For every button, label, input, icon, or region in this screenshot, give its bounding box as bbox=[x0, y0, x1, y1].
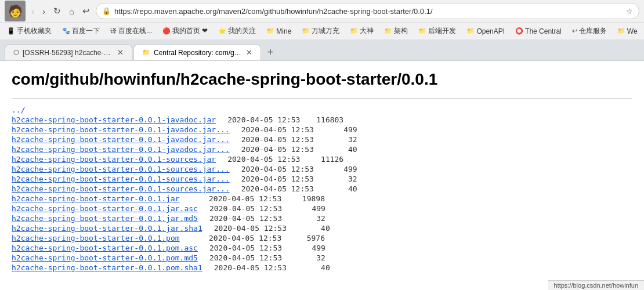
file-row: h2cache-spring-boot-starter-0.0.1-source… bbox=[12, 184, 632, 193]
file-link[interactable]: h2cache-spring-boot-starter-0.0.1.pom bbox=[12, 234, 197, 242]
file-link[interactable]: h2cache-spring-boot-starter-0.0.1.jar.as… bbox=[12, 204, 198, 213]
file-link[interactable]: h2cache-spring-boot-starter-0.0.1-javado… bbox=[12, 145, 230, 154]
file-size: 40 bbox=[290, 263, 330, 272]
file-date: 2020-04-05 12:53 bbox=[227, 155, 303, 164]
bookmark-label: 我的关注 bbox=[228, 26, 256, 36]
bookmark-label: 百度在线... bbox=[118, 26, 152, 36]
file-row: h2cache-spring-boot-starter-0.0.1.pom.as… bbox=[12, 244, 632, 252]
file-link[interactable]: h2cache-spring-boot-starter-0.0.1-source… bbox=[12, 155, 216, 164]
file-date: 2020-04-05 12:53 bbox=[241, 145, 317, 154]
bookmark-label: 手机收藏夹 bbox=[17, 26, 52, 36]
bookmark-icon: 📁 bbox=[266, 27, 274, 35]
file-date: 2020-04-05 12:53 bbox=[241, 184, 317, 193]
bookmark-label: 百度一下 bbox=[72, 26, 100, 36]
bookmark-item[interactable]: 🐾百度一下 bbox=[60, 25, 102, 37]
file-link[interactable]: h2cache-spring-boot-starter-0.0.1-source… bbox=[12, 184, 230, 193]
bookmark-icon: ⭕ bbox=[515, 27, 523, 35]
file-row: h2cache-spring-boot-starter-0.0.1-javado… bbox=[12, 115, 632, 124]
refresh-button[interactable]: ↻ bbox=[51, 5, 63, 17]
bookmark-icon: 📁 bbox=[350, 27, 358, 35]
file-link[interactable]: h2cache-spring-boot-starter-0.0.1-source… bbox=[12, 175, 230, 183]
file-size: 19898 bbox=[284, 194, 325, 203]
file-row: h2cache-spring-boot-starter-0.0.1.jar 20… bbox=[12, 194, 632, 203]
bookmark-item[interactable]: 📁OpenAPI bbox=[464, 26, 507, 37]
tab-title: [OSSRH-56293] h2cache-spri... bbox=[23, 49, 114, 57]
file-row: h2cache-spring-boot-starter-0.0.1.pom.md… bbox=[12, 253, 632, 262]
file-date: 2020-04-05 12:53 bbox=[209, 194, 284, 203]
file-row: h2cache-spring-boot-starter-0.0.1.pom.sh… bbox=[12, 263, 632, 272]
file-size: 499 bbox=[285, 244, 325, 252]
file-date: 2020-04-05 12:53 bbox=[241, 175, 317, 183]
file-link[interactable]: h2cache-spring-boot-starter-0.0.1-source… bbox=[12, 165, 230, 173]
bookmark-icon: 📱 bbox=[7, 27, 15, 35]
back-button[interactable]: ‹ bbox=[29, 5, 37, 17]
file-link[interactable]: h2cache-spring-boot-starter-0.0.1.pom.md… bbox=[12, 253, 198, 262]
tab-favicon: ⬡ bbox=[13, 49, 19, 56]
file-size: 116803 bbox=[303, 115, 343, 124]
file-row: h2cache-spring-boot-starter-0.0.1-source… bbox=[12, 155, 632, 164]
bookmark-icon: 🔴 bbox=[162, 27, 171, 35]
file-link[interactable]: h2cache-spring-boot-starter-0.0.1.jar.sh… bbox=[12, 224, 202, 233]
file-size: 499 bbox=[317, 125, 357, 134]
bookmark-item[interactable]: 📁Mine bbox=[264, 26, 294, 37]
file-row: h2cache-spring-boot-starter-0.0.1-source… bbox=[12, 175, 632, 183]
bookmark-icon: 📁 bbox=[418, 27, 426, 35]
file-date: 2020-04-05 12:53 bbox=[227, 115, 303, 124]
new-tab-button[interactable]: + bbox=[262, 44, 278, 60]
file-link[interactable]: h2cache-spring-boot-starter-0.0.1.jar bbox=[12, 194, 197, 203]
bookmark-item[interactable]: 📁架构 bbox=[382, 25, 410, 37]
file-date: 2020-04-05 12:53 bbox=[209, 253, 285, 262]
file-size: 40 bbox=[317, 184, 357, 193]
home-button[interactable]: ⌂ bbox=[67, 5, 77, 17]
file-link[interactable]: h2cache-spring-boot-starter-0.0.1.pom.as… bbox=[12, 244, 198, 252]
file-row: h2cache-spring-boot-starter-0.0.1.jar.md… bbox=[12, 214, 632, 223]
tab-tab2[interactable]: 📁 Central Repository: com/gith... ✕ bbox=[133, 44, 261, 60]
bookmark-label: 大神 bbox=[360, 26, 374, 36]
bookmark-item[interactable]: 📁大神 bbox=[348, 25, 376, 37]
address-bar[interactable]: 🔒 https://repo.maven.apache.org/maven2/c… bbox=[96, 3, 639, 19]
file-size: 5976 bbox=[284, 234, 325, 242]
file-link[interactable]: h2cache-spring-boot-starter-0.0.1-javado… bbox=[12, 125, 230, 134]
file-date: 2020-04-05 12:53 bbox=[209, 214, 285, 223]
file-date: 2020-04-05 12:53 bbox=[209, 234, 284, 242]
file-date: 2020-04-05 12:53 bbox=[209, 204, 285, 213]
tab-close-button[interactable]: ✕ bbox=[117, 48, 124, 57]
file-link[interactable]: h2cache-spring-boot-starter-0.0.1-javado… bbox=[12, 115, 216, 124]
bookmark-item[interactable]: ⭕The Central bbox=[513, 26, 564, 37]
bookmark-item[interactable]: 📁后端开发 bbox=[416, 25, 458, 37]
file-size: 32 bbox=[285, 253, 325, 262]
bookmark-icon: 📁 bbox=[384, 27, 392, 35]
back-page-button[interactable]: ↩ bbox=[80, 5, 92, 17]
forward-button[interactable]: › bbox=[40, 5, 48, 17]
file-size: 32 bbox=[317, 135, 357, 144]
file-link[interactable]: h2cache-spring-boot-starter-0.0.1.jar.md… bbox=[12, 214, 198, 223]
bookmark-label: Mine bbox=[276, 27, 291, 35]
bookmark-item[interactable]: 📱手机收藏夹 bbox=[5, 25, 54, 37]
bookmark-label: 架构 bbox=[394, 26, 408, 36]
tab-close-button[interactable]: ✕ bbox=[246, 48, 252, 57]
page-title: com/github/howinfun/h2cache-spring-boot-… bbox=[12, 70, 632, 89]
bookmark-item[interactable]: 📁万城万充 bbox=[299, 25, 342, 37]
nav-bar: 🧑 ‹ › ↻ ⌂ ↩ 🔒 https://repo.maven.apache.… bbox=[0, 0, 644, 22]
tab-tab1[interactable]: ⬡ [OSSRH-56293] h2cache-spri... ✕ bbox=[5, 44, 132, 60]
bookmark-item[interactable]: 📁We bbox=[615, 26, 640, 37]
tabs-bar: ⬡ [OSSRH-56293] h2cache-spri... ✕ 📁 Cent… bbox=[0, 39, 644, 60]
file-link[interactable]: h2cache-spring-boot-starter-0.0.1.pom.sh… bbox=[12, 263, 202, 272]
avatar: 🧑 bbox=[5, 1, 26, 21]
file-row: h2cache-spring-boot-starter-0.0.1-javado… bbox=[12, 145, 632, 154]
lock-icon: 🔒 bbox=[102, 7, 111, 15]
file-date: 2020-04-05 12:53 bbox=[214, 263, 290, 272]
bookmark-item[interactable]: 🔴我的首页 ❤ bbox=[160, 25, 210, 37]
bookmark-item[interactable]: 译百度在线... bbox=[108, 25, 154, 37]
bookmark-item[interactable]: ⭐我的关注 bbox=[216, 25, 258, 37]
file-date: 2020-04-05 12:53 bbox=[241, 125, 317, 134]
url-text: https://repo.maven.apache.org/maven2/com… bbox=[114, 7, 623, 16]
parent-link[interactable]: ../ bbox=[12, 106, 25, 114]
file-size: 32 bbox=[285, 214, 325, 223]
file-link[interactable]: h2cache-spring-boot-starter-0.0.1-javado… bbox=[12, 135, 230, 144]
star-icon[interactable]: ☆ bbox=[626, 7, 633, 16]
bookmark-label: 后端开发 bbox=[428, 26, 456, 36]
bookmark-item[interactable]: ↩仓库服务 bbox=[570, 25, 609, 37]
file-row: h2cache-spring-boot-starter-0.0.1.pom 20… bbox=[12, 234, 632, 242]
page-content: com/github/howinfun/h2cache-spring-boot-… bbox=[0, 61, 644, 282]
